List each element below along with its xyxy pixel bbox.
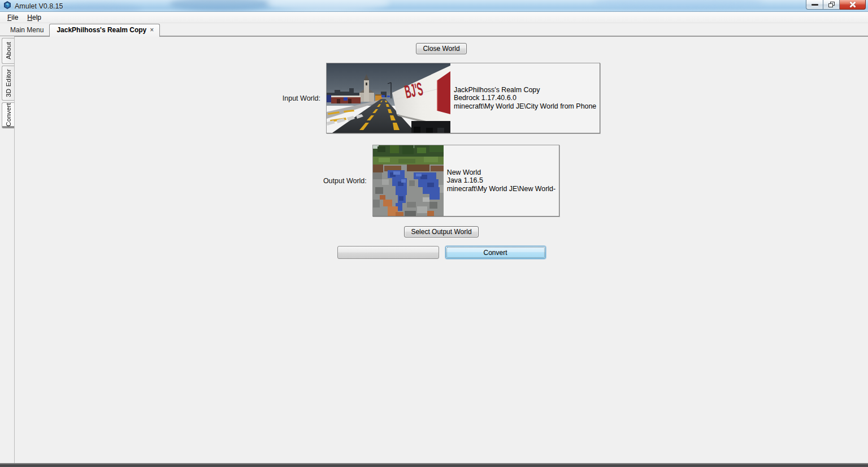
input-world-info: JackPhilhoss's Realm Copy Bedrock 1.17.4… (450, 63, 600, 133)
window-controls (806, 0, 866, 10)
side-tab-convert-label: Convert (5, 103, 12, 127)
menu-help[interactable]: Help (23, 12, 45, 23)
input-world-row: Input World: (283, 63, 600, 133)
side-tab-about[interactable]: About (2, 38, 14, 64)
output-world-row: Output World: (323, 145, 559, 217)
close-icon (849, 2, 856, 8)
input-world-version: Bedrock 1.17.40.6.0 (454, 94, 596, 102)
side-tab-3d-editor-label: 3D Editor (5, 69, 12, 97)
tab-close-icon[interactable]: × (150, 26, 154, 34)
menu-bar: File Help (0, 12, 868, 23)
titlebar[interactable]: Amulet V0.8.15 (0, 0, 868, 12)
side-tab-about-label: About (5, 42, 12, 59)
close-world-button[interactable]: Close World (416, 43, 466, 54)
side-tab-convert[interactable]: Convert (2, 102, 14, 128)
amulet-app-icon (3, 1, 11, 11)
close-button[interactable] (840, 0, 866, 10)
convert-button-label: Convert (446, 247, 545, 258)
menu-file-rest: ile (11, 14, 18, 21)
output-world-panel: New World Java 1.16.5 minecraft\My World… (372, 145, 559, 217)
output-world-version: Java 1.16.5 (447, 176, 555, 185)
conversion-progress-bar (337, 246, 439, 259)
titlebar-glass-smudge (51, 3, 141, 12)
minimize-icon (811, 4, 818, 6)
output-world-label: Output World: (323, 177, 367, 185)
output-world-thumbnail (373, 145, 444, 216)
output-world-info: New World Java 1.16.5 minecraft\My World… (444, 145, 559, 216)
restore-button[interactable] (823, 0, 840, 10)
titlebar-glass-smudge (170, 0, 271, 11)
convert-button[interactable]: Convert (445, 246, 546, 259)
convert-page: Close World Input World: (14, 36, 868, 463)
titlebar-glass-smudge (266, 0, 390, 11)
menu-file[interactable]: File (3, 12, 22, 23)
menu-help-accel: H (27, 14, 32, 21)
titlebar-glass-smudge (593, 0, 763, 10)
input-world-path: minecraft\My World JE\City World from Ph… (454, 102, 596, 111)
side-tab-3d-editor[interactable]: 3D Editor (2, 66, 14, 101)
input-world-thumbnail: BJ'S (327, 63, 450, 133)
output-world-path: minecraft\My World JE\New World- (447, 185, 555, 193)
tab-main-menu[interactable]: Main Menu (5, 24, 49, 36)
select-output-world-button[interactable]: Select Output World (404, 226, 478, 237)
window-title: Amulet V0.8.15 (15, 2, 63, 10)
output-world-name: New World (447, 168, 555, 177)
convert-row: Convert (337, 246, 546, 259)
input-world-name: JackPhilhoss's Realm Copy (454, 86, 596, 94)
tab-bar: Main Menu JackPhilhoss's Realm Copy× (0, 23, 868, 36)
taskbar-edge (0, 463, 868, 467)
menu-help-rest: elp (32, 14, 41, 21)
restore-icon (828, 2, 835, 7)
tab-world-label: JackPhilhoss's Realm Copy (57, 26, 146, 34)
input-world-panel: BJ'S JackPhilhoss's Realm Copy Bedrock 1… (326, 63, 600, 133)
side-tab-strip: About 3D Editor Convert (0, 36, 14, 463)
main-area: About 3D Editor Convert Close World Inpu… (0, 36, 868, 463)
minimize-button[interactable] (806, 0, 823, 10)
tab-world[interactable]: JackPhilhoss's Realm Copy× (49, 24, 160, 37)
input-world-label: Input World: (283, 94, 320, 102)
